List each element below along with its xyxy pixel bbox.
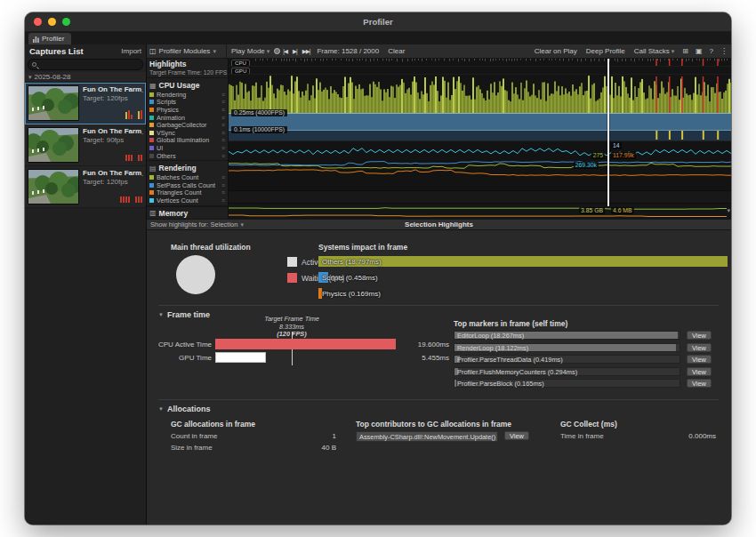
cpu-legend-item[interactable]: Animation≡ [147,114,228,122]
profiler-modules-dropdown[interactable]: ◫ Profiler Modules ▾ [147,44,227,58]
highlights-cpu-row[interactable]: CPU [229,59,731,67]
play-mode-dropdown[interactable]: Play Mode ▾ [227,44,274,58]
systems-impact-bar[interactable]: Scripts (0.458ms) [318,272,728,283]
legend-label: Vertices Count [157,196,219,204]
next-frame-button[interactable]: ▶| [290,48,300,55]
captures-items: Fun On The Farm_2...Target: 120fps Fun O… [25,83,146,208]
frame-time-section-header[interactable]: ▼ Frame time [158,310,210,319]
view-button[interactable]: View [687,379,712,388]
clear-button[interactable]: Clear [383,44,409,58]
frame-time-bar[interactable] [215,352,266,363]
cpu-legend-item[interactable]: GarbageCollector≡ [147,121,228,129]
import-button[interactable]: Import [121,47,141,55]
capture-item[interactable]: Fun On The Farm_2...Target: 90fps [25,124,146,166]
drag-handle-icon[interactable]: ≡ [221,197,225,204]
chart-gap [229,190,731,203]
rendering-chart[interactable]: 14275117.99k269.30k [229,140,731,190]
view-button[interactable]: View [504,431,529,440]
capture-item[interactable]: Fun On The Farm_2...Target: 120fps [25,83,146,124]
cpu-legend-item[interactable]: UI≡ [147,144,228,152]
cpu-legend-item[interactable]: Others≡ [147,152,228,160]
help-icon[interactable]: ? [706,47,717,55]
frame-time-bar[interactable] [215,339,396,349]
spark-bar [141,155,142,161]
deep-profile-toggle[interactable]: Deep Profile [582,44,630,58]
drag-handle-icon[interactable]: ≡ [221,122,225,128]
kebab-menu-icon[interactable]: ⋮ [717,47,731,55]
cpu-usage-chart[interactable]: 0.25ms (4000FPS)0.1ms (10000FPS) [229,75,731,140]
systems-impact-bar[interactable]: Physics (0.169ms) [318,288,728,299]
rendering-legend: Batches Count≡SetPass Calls Count≡Triang… [147,173,228,204]
top-marker-label: RenderLoop (18.122ms) [457,344,528,352]
module-highlights[interactable]: Highlights Target Frame Time: 120 FPS ▾ [147,59,228,78]
charts-column[interactable]: CPU GPU 0.25ms (4000FPS)0.1ms (10000FPS)… [229,59,731,219]
drag-handle-icon[interactable]: ≡ [221,189,225,196]
legend-swatch [287,273,297,283]
drag-handle-icon[interactable]: ≡ [221,99,225,105]
prev-frame-button[interactable]: |◀ [280,48,290,55]
top-marker-row[interactable]: EditorLoop (18.267ms) [454,331,680,340]
cpu-usage-title: CPU Usage [159,81,200,90]
drag-handle-icon[interactable]: ≡ [221,115,225,121]
top-marker-row[interactable]: Profiler.ParseBlock (0.165ms) [454,379,680,388]
module-memory[interactable]: ▥ Memory [147,206,228,219]
rendering-legend-item[interactable]: Triangles Count≡ [147,189,228,197]
call-stacks-dropdown[interactable]: Call Stacks ▾ [630,44,680,58]
tab-label: Profiler [42,35,64,43]
top-marker-row[interactable]: RenderLoop (18.122ms) [454,343,680,352]
drag-handle-icon[interactable]: ≡ [221,107,225,113]
rendering-legend-item[interactable]: SetPass Calls Count≡ [147,181,228,189]
cpu-legend-item[interactable]: Rendering≡ [147,91,228,99]
save-icon[interactable]: ▣ [692,47,706,55]
cpu-gridline-label: 0.1ms (10000FPS) [231,126,287,133]
drag-handle-icon[interactable]: ≡ [221,92,225,98]
highlights-gpu-row[interactable]: GPU [229,67,731,75]
cpu-legend-item[interactable]: Physics≡ [147,106,228,114]
tab-profiler[interactable]: Profiler [28,33,71,44]
chevron-down-icon[interactable]: ▾ [727,207,730,214]
gc-contributor-item[interactable]: Assembly-CSharp.dll!:NewMovement.Update(… [356,431,498,442]
view-button[interactable]: View [687,367,712,376]
spark-bar [128,196,130,203]
drag-handle-icon[interactable]: ≡ [221,130,225,136]
drag-handle-icon[interactable]: ≡ [221,182,225,188]
captures-search-input[interactable] [28,59,143,70]
view-button[interactable]: View [687,343,712,352]
rendering-legend-item[interactable]: Vertices Count≡ [147,196,228,204]
drag-handle-icon[interactable]: ≡ [221,153,225,159]
view-button[interactable]: View [687,331,712,340]
drag-handle-icon[interactable]: ≡ [221,145,225,151]
capture-item[interactable]: Fun On The Farm_2...Target: 120fps [25,166,146,208]
drag-handle-icon[interactable]: ≡ [221,137,225,143]
allocations-section-header[interactable]: ▼ Allocations [158,405,210,413]
top-marker-row[interactable]: Profiler.FlushMemoryCounters (0.294ms) [454,367,680,376]
last-frame-button[interactable]: ▶▶| [300,48,313,55]
playhead-line[interactable] [607,59,609,206]
layout-icon[interactable]: ⊞ [679,47,692,55]
view-button[interactable]: View [687,355,712,364]
clear-on-play-toggle[interactable]: Clear on Play [530,44,582,58]
chevron-down-icon: ▾ [213,48,216,55]
highlights-title: Highlights [149,60,225,68]
drag-handle-icon[interactable]: ≡ [221,174,225,180]
rendering-legend-item[interactable]: Batches Count≡ [147,173,228,181]
record-icon[interactable] [274,48,280,54]
captures-date-group[interactable]: ▾ 2025-08-28 [25,72,146,83]
cpu-legend-item[interactable]: VSync≡ [147,129,228,137]
systems-impact-bar[interactable]: Others (18.797ms) [318,256,728,267]
memory-title: Memory [159,209,189,218]
cpu-legend-item[interactable]: Scripts≡ [147,99,228,107]
target-frame-time-dropdown[interactable]: Target Frame Time: 120 FPS ▾ [149,69,225,76]
cpu-legend-item[interactable]: Global Illumination≡ [147,137,228,145]
spark-bar [135,196,137,203]
module-rendering[interactable]: ▤ Rendering Batches Count≡SetPass Calls … [147,161,228,205]
top-marker-row[interactable]: Profiler.ParseThreadData (0.419ms) [454,355,680,364]
module-cpu-usage[interactable]: ▦ CPU Usage Rendering≡Scripts≡Physics≡An… [147,78,228,161]
highlights-subbar: Show highlights for: Selection ▾ Selecti… [147,219,731,230]
frame-time-row-label: GPU Time [147,354,212,362]
legend-swatch [149,138,154,142]
captures-list-title: Captures List [29,46,84,56]
memory-chart[interactable]: 3.85 GB4.6 MB▾ [229,203,731,219]
tabbar: Profiler [25,32,731,44]
gc-alloc-row-label: Count in frame [171,432,217,440]
